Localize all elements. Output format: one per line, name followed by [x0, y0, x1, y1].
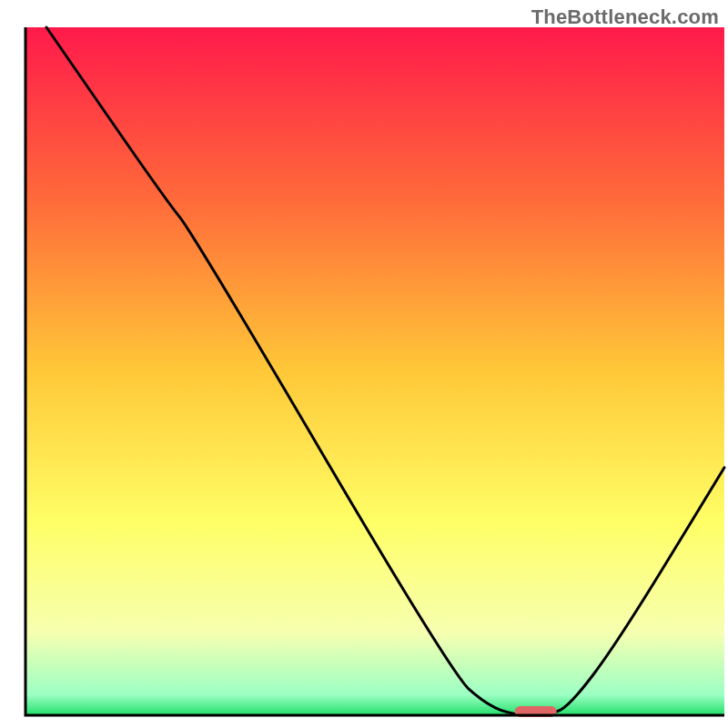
plot-background — [25, 27, 724, 715]
watermark-text: TheBottleneck.com — [531, 5, 719, 29]
bottleneck-chart — [0, 0, 728, 728]
chart-container: TheBottleneck.com — [0, 0, 728, 728]
